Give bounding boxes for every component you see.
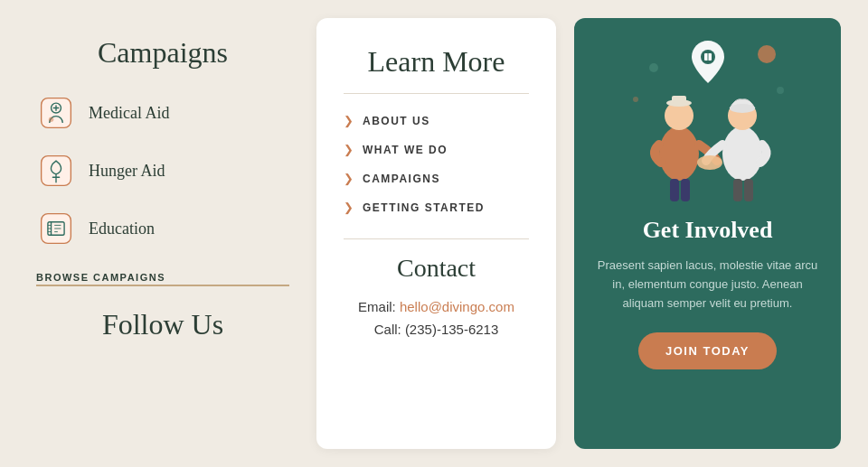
get-involved-body: Praesent sapien lacus, molestie vitae ar… <box>596 257 819 313</box>
campaigns-title: Campaigns <box>36 36 289 70</box>
svg-point-24 <box>697 155 722 170</box>
campaign-item-hunger[interactable]: Hunger Aid <box>36 145 289 196</box>
svg-rect-23 <box>744 179 753 201</box>
learn-more-title: Learn More <box>368 45 505 79</box>
nav-list: ❯ ABOUT US ❯ WHAT WE DO ❯ CAMPAIGNS ❯ GE… <box>344 108 529 220</box>
chevron-icon: ❯ <box>344 114 354 128</box>
svg-point-2 <box>49 117 53 122</box>
svg-point-6 <box>758 45 776 63</box>
join-today-button[interactable]: JOIN TODAY <box>638 332 777 369</box>
left-panel: Campaigns Medical Aid <box>27 18 298 449</box>
nav-about-label: ABOUT US <box>363 115 430 127</box>
nav-campaigns-label: CAMPAIGNS <box>363 173 440 185</box>
divider-middle <box>344 238 529 239</box>
nav-item-getting-started[interactable]: ❯ GETTING STARTED <box>344 195 529 220</box>
email-prefix: Email: <box>358 299 400 314</box>
email-link[interactable]: hello@divingo.com <box>400 299 514 314</box>
nav-item-about[interactable]: ❯ ABOUT US <box>344 108 529 134</box>
get-involved-title: Get Involved <box>643 217 773 244</box>
chevron-icon: ❯ <box>344 201 354 215</box>
hunger-icon <box>36 151 76 191</box>
nav-what-label: WHAT WE DO <box>363 144 448 156</box>
handshake-illustration <box>599 27 816 208</box>
chevron-icon: ❯ <box>344 172 354 186</box>
right-panel: Get Involved Praesent sapien lacus, mole… <box>574 18 841 449</box>
medical-icon <box>36 93 76 133</box>
svg-point-9 <box>633 97 638 102</box>
education-label: Education <box>89 219 155 238</box>
svg-point-13 <box>659 126 699 181</box>
call-line: Call: (235)-135-6213 <box>358 322 514 337</box>
svg-point-19 <box>722 126 762 181</box>
svg-rect-16 <box>672 96 686 103</box>
nav-item-campaigns[interactable]: ❯ CAMPAIGNS <box>344 166 529 191</box>
follow-us-title: Follow Us <box>36 308 289 341</box>
contact-info: Email: hello@divingo.com Call: (235)-135… <box>358 299 514 337</box>
svg-rect-17 <box>670 179 679 201</box>
svg-point-7 <box>649 63 658 72</box>
hunger-aid-label: Hunger Aid <box>89 162 165 181</box>
nav-item-what-we-do[interactable]: ❯ WHAT WE DO <box>344 137 529 163</box>
contact-title: Contact <box>397 254 476 283</box>
campaign-item-education[interactable]: Education <box>36 203 289 254</box>
campaign-list: Medical Aid Hunger Aid <box>36 88 289 254</box>
education-icon <box>36 209 76 248</box>
svg-point-21 <box>730 104 755 113</box>
svg-rect-18 <box>681 179 690 201</box>
main-container: Campaigns Medical Aid <box>0 0 868 467</box>
medical-aid-label: Medical Aid <box>89 104 169 123</box>
chevron-icon: ❯ <box>344 143 354 157</box>
illustration-area <box>596 18 819 217</box>
campaign-item-medical[interactable]: Medical Aid <box>36 88 289 138</box>
center-panel: Learn More ❯ ABOUT US ❯ WHAT WE DO ❯ CAM… <box>316 18 556 449</box>
nav-getting-started-label: GETTING STARTED <box>363 201 485 214</box>
email-line: Email: hello@divingo.com <box>358 299 514 314</box>
svg-point-8 <box>777 87 784 94</box>
browse-campaigns-link[interactable]: BROWSE CAMPAIGNS <box>36 272 289 286</box>
divider-top <box>344 93 529 94</box>
svg-rect-22 <box>733 179 742 201</box>
